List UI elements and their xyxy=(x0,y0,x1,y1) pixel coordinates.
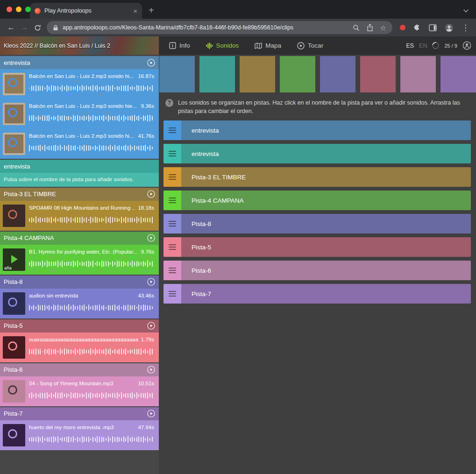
drag-handle-icon[interactable] xyxy=(163,261,181,280)
track-color-swatch[interactable] xyxy=(280,56,315,92)
clip-title: ouaraaaaaaaaaaaaaaaaaaaaaaaaaaaaaaaaa... xyxy=(29,336,138,343)
track-name: entrevista xyxy=(4,163,30,170)
track-row-pista-5[interactable]: Pista-5 xyxy=(163,237,471,257)
tab-sonidos[interactable]: Sonidos xyxy=(206,42,239,49)
close-window-button[interactable] xyxy=(7,7,12,12)
track-header-pista-5[interactable]: Pista-5 xyxy=(0,319,159,333)
track-play-button[interactable] xyxy=(147,410,155,417)
waveform[interactable] xyxy=(29,389,154,403)
play-ring-icon xyxy=(8,108,17,117)
clip[interactable]: Balcón en San Luis - Luis 2.mp3 sonido h… xyxy=(0,69,159,99)
browser-tab[interactable]: Play Antropoloops × xyxy=(30,3,142,19)
track-color-swatch[interactable] xyxy=(240,56,275,92)
track-color-swatch[interactable] xyxy=(400,56,436,92)
lock-icon[interactable] xyxy=(53,25,58,31)
track-header-entrevista-2[interactable]: entrevista xyxy=(0,160,159,173)
drag-handle-icon[interactable] xyxy=(163,284,181,304)
drag-handle-icon[interactable] xyxy=(163,191,181,210)
track-header-entrevista[interactable]: entrevista xyxy=(0,56,159,69)
tab-mapa[interactable]: Mapa xyxy=(255,42,281,49)
track-play-button[interactable] xyxy=(147,59,155,67)
help-icon[interactable]: ? xyxy=(165,99,173,107)
track-row-entrevista[interactable]: entrevista xyxy=(163,120,471,140)
drag-handle-icon[interactable] xyxy=(163,214,181,233)
track-row-pista-6[interactable]: Pista-6 xyxy=(163,261,471,280)
drag-handle-icon[interactable] xyxy=(163,120,181,140)
track-play-button[interactable] xyxy=(147,234,155,242)
waveform[interactable] xyxy=(29,213,154,227)
track-header-pista-7[interactable]: Pista-7 xyxy=(0,407,159,420)
track-color-swatch[interactable] xyxy=(440,56,476,92)
clip-body: B1. Hymns for purifying water, Etc. (Pop… xyxy=(29,248,154,271)
track-row-pista-3[interactable]: Pista-3 EL TIMBRE xyxy=(163,167,471,187)
url-text[interactable]: app.antropoloops.com/Kleos-Santa-Marina/… xyxy=(63,24,348,31)
clip[interactable]: aña B1. Hymns for purifying water, Etc. … xyxy=(0,245,159,275)
track-play-button[interactable] xyxy=(147,322,155,330)
track-play-button[interactable] xyxy=(147,278,155,286)
waveform[interactable] xyxy=(29,345,154,359)
track-row-pista-4[interactable]: Pista-4 CAMPANA xyxy=(163,191,471,210)
forward-button[interactable]: → xyxy=(18,21,31,34)
clip[interactable]: huerto del rey moro entrevista .mp3 47.9… xyxy=(0,420,159,450)
track-color-swatch[interactable] xyxy=(199,56,235,92)
bookmark-star-icon[interactable]: ☆ xyxy=(380,24,386,31)
address-bar[interactable]: app.antropoloops.com/Kleos-Santa-Marina/… xyxy=(47,21,392,34)
minimize-window-button[interactable] xyxy=(16,7,21,12)
clip[interactable]: Balcón en San Luis - Luis 2.mp3 sonido h… xyxy=(0,129,159,159)
clip-thumbnail xyxy=(3,336,25,359)
tab-close-icon[interactable]: × xyxy=(133,7,137,14)
extensions-puzzle-icon[interactable] xyxy=(413,24,421,31)
share-icon[interactable] xyxy=(367,24,373,31)
account-icon[interactable] xyxy=(462,41,471,50)
clip[interactable]: Balcón en San Luis - Luis 2.mp3 sonido h… xyxy=(0,99,159,129)
back-button[interactable]: ← xyxy=(5,21,18,34)
lang-es-toggle[interactable]: ES xyxy=(406,42,414,49)
track-rows: entrevista entrevista Pista-3 EL TIMBRE … xyxy=(163,120,471,304)
tab-search-chevron-icon[interactable] xyxy=(463,9,469,13)
track-color-swatch[interactable] xyxy=(159,56,195,92)
track-header-pista-8[interactable]: Pista-8 xyxy=(0,276,159,289)
track-name: Pista-5 xyxy=(4,322,22,329)
track-name: Pista-6 xyxy=(4,366,22,373)
clip[interactable]: ouaraaaaaaaaaaaaaaaaaaaaaaaaaaaaaaaaa...… xyxy=(0,333,159,362)
browser-profile-avatar[interactable] xyxy=(445,23,454,32)
drag-handle-icon[interactable] xyxy=(163,237,181,257)
clip[interactable]: SPOAMR 08 High Mountains and Running ...… xyxy=(0,201,159,231)
drag-handle-icon[interactable] xyxy=(163,144,181,163)
browser-tab-strip: Play Antropoloops × + xyxy=(0,0,476,19)
track-header-pista-4[interactable]: Pista-4 CAMPANA xyxy=(0,232,159,245)
waveform[interactable] xyxy=(29,257,154,271)
waveform[interactable] xyxy=(29,432,154,446)
track-row-entrevista-2[interactable]: entrevista xyxy=(163,144,471,163)
zoom-icon[interactable] xyxy=(353,24,360,31)
lang-en-toggle[interactable]: EN xyxy=(419,42,427,49)
clip-duration: 16.87s xyxy=(138,73,154,80)
track-row-pista-8[interactable]: Pista-8 xyxy=(163,214,471,233)
side-panel-icon[interactable] xyxy=(429,24,437,31)
clip-thumbnail xyxy=(3,103,25,125)
browser-menu-kebab-icon[interactable]: ⋮ xyxy=(462,24,469,32)
clip[interactable]: audion sin entrevista 43.46s xyxy=(0,289,159,318)
track-color-swatch[interactable] xyxy=(320,56,355,92)
reload-button[interactable] xyxy=(31,21,44,34)
waveform[interactable] xyxy=(29,141,154,155)
waveform[interactable] xyxy=(29,81,154,95)
track-row-pista-7[interactable]: Pista-7 xyxy=(163,284,471,304)
project-breadcrumb[interactable]: Kleos 2022 // Balcón en San Luis / Luis … xyxy=(0,36,159,55)
clip[interactable]: 04 - Song of Yimeng Mountain.mp3 10.51s xyxy=(0,376,159,406)
track-header-pista-6[interactable]: Pista-6 xyxy=(0,363,159,376)
drag-handle-icon[interactable] xyxy=(163,167,181,187)
waveform[interactable] xyxy=(29,301,154,315)
tab-tocar[interactable]: Tocar xyxy=(297,42,323,50)
tab-info[interactable]: Info xyxy=(169,42,190,49)
clip-body: Balcón en San Luis - Luis 2.mp3 sonido h… xyxy=(29,133,154,155)
recording-extension-icon[interactable] xyxy=(400,25,405,30)
track-header-pista-3[interactable]: Pista-3 EL TIMBRE xyxy=(0,188,159,201)
track-play-button[interactable] xyxy=(147,190,155,198)
track-play-button[interactable] xyxy=(147,366,155,374)
new-tab-button[interactable]: + xyxy=(149,6,154,15)
maximize-window-button[interactable] xyxy=(25,7,31,12)
waveform[interactable] xyxy=(29,111,154,125)
breadcrumb[interactable]: Kleos 2022 // Balcón en San Luis / Luis … xyxy=(0,42,114,49)
track-color-swatch[interactable] xyxy=(360,56,396,92)
